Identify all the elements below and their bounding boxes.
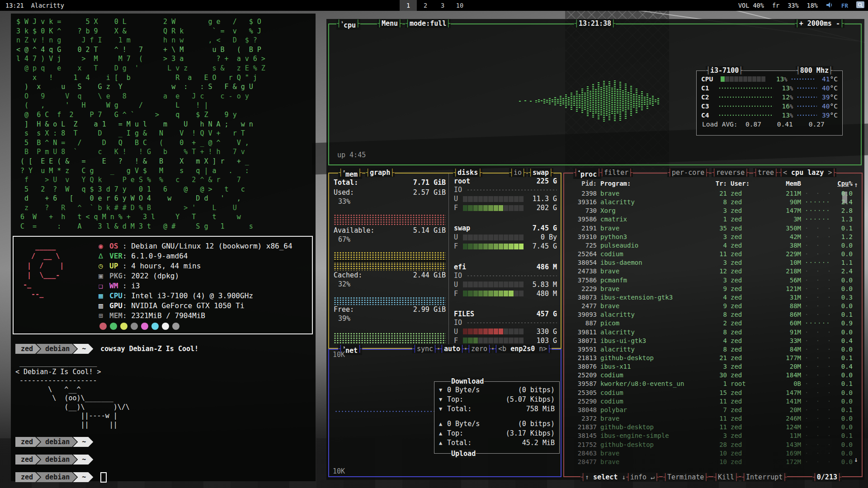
net-interface-selector[interactable]: ┤<b enp2s0 n>├	[494, 344, 552, 353]
process-row[interactable]: 39586cmatrix1zed3M·········1.3	[569, 216, 852, 223]
process-row[interactable]: 38073ibus-extension-gtk34zed31M· · · ·0.…	[569, 294, 852, 301]
bar-cell	[473, 196, 478, 202]
disk-io-row: IO	[454, 319, 557, 327]
process-row[interactable]: 28477brave10zed172M· · · ·0.0	[569, 458, 852, 465]
process-row[interactable]: 25305codium15zed147M· · · ·0.0	[569, 389, 852, 396]
process-row[interactable]: 2229brave9zed121M· · · ·0.0	[569, 285, 852, 292]
process-row[interactable]: 730Xorg3zed147M·········2.8	[569, 207, 852, 214]
col-pid[interactable]: Pid:	[569, 180, 597, 187]
proc-program: github-desktop	[600, 423, 709, 431]
workspace-10[interactable]: 10	[451, 0, 468, 11]
process-row[interactable]: 37586pcmanfm3zed56M· · · ·0.0	[569, 277, 852, 284]
process-row[interactable]: 38048polybar7zed20M· · · ·0.1	[569, 406, 852, 413]
proc-user: zed	[731, 277, 767, 284]
selection-count: ┤0/213├	[812, 473, 842, 482]
process-row[interactable]: 25209codium30zed184M· · · ·0.0	[569, 371, 852, 379]
col-mem[interactable]: MemB	[770, 180, 801, 187]
menu-button[interactable]: ┤Menu├	[377, 19, 402, 28]
process-row[interactable]: 2191brave35zed350M· · · ·0.1	[569, 225, 852, 232]
process-row[interactable]: 38071ibus-ui-gtk34zed33M· · · ·0.4	[569, 337, 852, 344]
language-indicator[interactable]: FR	[841, 2, 848, 9]
info-control[interactable]: ┤info ↵├	[626, 473, 659, 482]
keyboard-layout[interactable]: fr	[772, 2, 779, 9]
interval-control[interactable]: ┤+ 2000ms -├	[795, 19, 844, 28]
volume-label[interactable]: VOL 40%	[738, 2, 764, 9]
net-label: 0 Byte/s	[447, 419, 480, 429]
speaker-icon[interactable]	[826, 2, 833, 9]
col-program[interactable]: Program:	[600, 180, 709, 187]
proc-cpu-percent: 0.4	[834, 337, 853, 344]
process-row[interactable]: 39310python33zed42M· · · ·1.2	[569, 233, 852, 240]
process-row[interactable]: 38054ibus-daemon3zed10M·········1.1	[569, 259, 852, 266]
disk-size: 225 G	[537, 177, 557, 186]
kill-control[interactable]: ┤Kill├	[713, 473, 739, 482]
sort-direction-icon[interactable]: ↑	[854, 181, 858, 189]
process-row[interactable]: 25264codium11zed229M· · · ·0.0	[569, 250, 852, 258]
bar-cell	[494, 328, 498, 334]
wm-icon: ❑	[99, 281, 109, 291]
bar-cell	[499, 282, 503, 287]
cpu-graph-column	[619, 82, 621, 121]
workspace-1[interactable]: 1	[400, 0, 417, 11]
process-row[interactable]: 2477brave9zed88M· · · ·0.0	[569, 302, 852, 310]
net-auto-toggle[interactable]: ┤auto├	[439, 344, 465, 353]
mem-stat-row: Cached:2.44 GiB	[334, 271, 446, 280]
process-row[interactable]: 39811alacritty8zed91M· · · ·0.0	[569, 328, 852, 336]
tree-toggle[interactable]: ┤tree├	[753, 168, 778, 177]
net-label: Total:	[447, 438, 472, 448]
process-row[interactable]: 39093alacritty8zed86M· · · ·0.1	[569, 311, 852, 318]
process-row[interactable]: 2398brave21zed211M· · · ·0.0	[569, 190, 852, 197]
proc-cpu-graph: · · · ·	[805, 354, 830, 361]
proc-cpu-percent: 2.8	[834, 207, 853, 214]
process-row[interactable]: 38076ibus-x113zed20M· · · ·0.4	[569, 363, 852, 370]
per-core-toggle[interactable]: ┤per-core├	[667, 168, 709, 177]
prompt-line-active[interactable]: zed debian ~	[15, 472, 313, 483]
col-user[interactable]: User:	[731, 180, 767, 187]
process-row[interactable]: 725pulseaudio4zed38M· · · ·0.0	[569, 242, 852, 249]
bar-cell	[483, 338, 488, 343]
proc-user: zed	[731, 242, 767, 249]
net-sync-toggle[interactable]: ┤sync├	[412, 344, 438, 353]
process-row[interactable]: 39587kworker/u8:0-events_un1root0B· · · …	[569, 380, 852, 387]
workspace-2[interactable]: 2	[417, 0, 434, 11]
process-row[interactable]: 21752github-desktop28zed143M· · · ·0.0	[569, 441, 852, 448]
process-row[interactable]: 25290codium11zed141M· · · ·0.0	[569, 398, 852, 405]
terminate-control[interactable]: ┤Terminate├	[663, 473, 708, 482]
bar-cell	[509, 338, 513, 343]
bar-cell	[499, 205, 503, 211]
reverse-toggle[interactable]: ┤reverse├	[712, 168, 749, 177]
bpytop-window[interactable]: ┤¹cpu├ ┤Menu├ ┤mode:full├ ┤13:21:38├ ┤+ …	[326, 19, 864, 480]
disk-root: root225 GIOU11.3 GF202 G	[454, 177, 557, 212]
select-control[interactable]: ┤↑ select ↓├	[580, 473, 630, 482]
proc-user: zed	[731, 225, 767, 232]
process-row[interactable]: 2372brave11zed246M· · · ·0.0	[569, 415, 852, 422]
process-row[interactable]: 39316alacritty8zed90M·········2.4	[569, 198, 852, 206]
scroll-down-icon[interactable]: ↓	[854, 455, 858, 464]
mem-graph-tab[interactable]: ┤graph├	[365, 168, 395, 177]
process-row[interactable]: 38145ibus-engine-simple3zed11M· · · ·0.1	[569, 432, 852, 439]
interrupt-control[interactable]: ┤Interrupt├	[741, 473, 787, 482]
workspace-3[interactable]: 3	[434, 0, 451, 11]
proc-cpu-graph: · · · ·	[805, 233, 830, 240]
swap-tab[interactable]: ┤swap├	[528, 168, 553, 177]
process-row[interactable]: 39591alacritty8zed84M· · · ·0.0	[569, 346, 852, 353]
net-zero-toggle[interactable]: ┤zero├	[467, 344, 492, 353]
proc-program: cmatrix	[600, 216, 709, 223]
col-cpu[interactable]: Cpu%	[834, 180, 853, 187]
palette-dot	[151, 323, 159, 330]
palette-dot	[141, 323, 148, 330]
process-row[interactable]: 887picom2zed60M·········0.9	[569, 319, 852, 327]
process-row[interactable]: 28463brave10zed169M· · · ·0.0	[569, 450, 852, 457]
terminal-left[interactable]: $ W J v k = 5 X 0 L 2 W g e / $ O3 k $ 0…	[11, 14, 316, 481]
filter-button[interactable]: ┤filter├	[599, 168, 633, 177]
io-tab[interactable]: ┤io├	[509, 168, 526, 177]
col-threads[interactable]: Tr:	[712, 180, 727, 187]
sort-selector[interactable]: ┤< cpu lazy >├	[778, 168, 836, 177]
process-row[interactable]: 21813github-desktop21zed177M· · · ·0.1	[569, 354, 852, 361]
process-row[interactable]: 21837github-desktop11zed124M· · · ·0.0	[569, 423, 852, 431]
process-row[interactable]: 24738brave12zed218M· · · ·2.4	[569, 267, 852, 275]
fetch-label: VER	[109, 252, 123, 260]
screenshot-icon[interactable]	[856, 1, 864, 9]
mode-toggle[interactable]: ┤mode:full├	[405, 19, 451, 28]
mem-stat-graph	[334, 214, 446, 226]
